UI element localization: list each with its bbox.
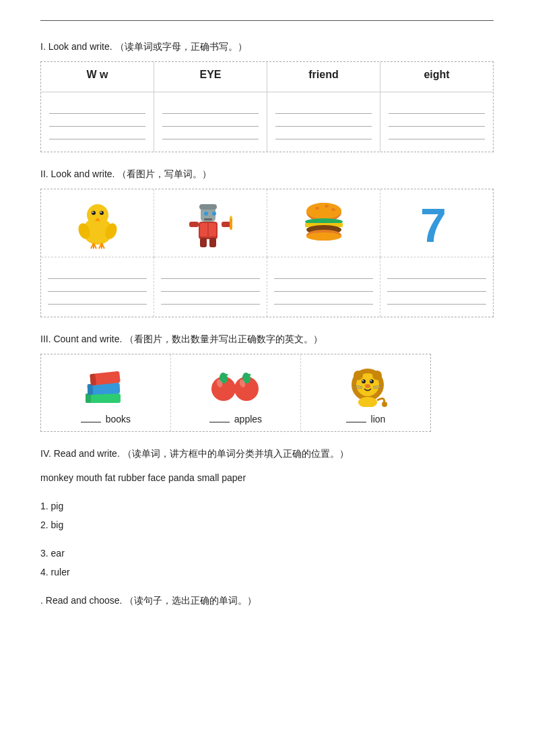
section5-label: . Read and choose.: [40, 595, 122, 606]
books-label: books: [46, 414, 165, 424]
seven-svg: 7: [417, 196, 457, 250]
write-line: [162, 130, 259, 139]
write-line: [48, 295, 147, 305]
svg-point-67: [382, 402, 387, 407]
section2-label: II. Look and write.: [40, 168, 115, 179]
top-divider: [40, 20, 494, 21]
lion-svg: [342, 363, 389, 407]
lion-blank: [346, 422, 366, 422]
svg-point-19: [204, 212, 208, 216]
section1-instruction: （读单词或字母，正确书写。）: [115, 41, 247, 52]
fill-item-2: 2. big: [40, 515, 494, 534]
count-cell-lion: lion: [301, 354, 430, 431]
chick-image: [45, 196, 149, 250]
apples-blank: [209, 422, 230, 422]
svg-point-1: [87, 204, 108, 226]
write-lines-s2-4: [385, 264, 489, 310]
section1: I. Look and write. （读单词或字母，正确书写。） W w EY…: [40, 41, 494, 152]
section1-write-2: [154, 92, 267, 152]
count-cell-books: books: [41, 354, 171, 431]
fill-text-1: pig: [51, 501, 64, 511]
fill-number-1: 1.: [40, 501, 48, 511]
section2-instruction: （看图片，写单词。）: [117, 168, 211, 179]
write-line: [275, 104, 372, 114]
write-line: [387, 295, 486, 305]
svg-rect-18: [199, 204, 217, 210]
svg-point-20: [212, 212, 216, 216]
svg-point-34: [331, 208, 335, 211]
section4-instruction: （读单词，讲方框中的单词分类并填入正确的位置。）: [123, 448, 349, 459]
svg-rect-23: [222, 222, 231, 227]
write-line: [389, 130, 485, 139]
section3-title: III. Count and write. （看图片，数出数量并写出正确数字的英…: [40, 334, 494, 346]
write-line: [49, 117, 145, 127]
apples-image: [176, 361, 295, 408]
write-line: [162, 117, 259, 127]
write-lines-s2-3: [271, 264, 376, 310]
svg-rect-44: [88, 383, 94, 394]
robot-image: [158, 196, 263, 250]
fill-item-1: 1. pig: [40, 497, 494, 515]
section3-label: III. Count and write.: [40, 334, 122, 344]
cell-label-w: W w: [46, 69, 148, 85]
section5-instruction: （读句子，选出正确的单词。）: [125, 595, 257, 606]
svg-point-31: [306, 203, 341, 219]
section1-write-1: [41, 92, 154, 152]
svg-point-2: [92, 211, 96, 215]
write-lines-3: [273, 99, 374, 145]
section3-instruction: （看图片，数出数量并写出正确数字的英文。）: [125, 334, 323, 344]
svg-point-4: [100, 211, 104, 215]
fill-items: 1. pig 2. big: [40, 497, 494, 534]
section4: IV. Read and write. （读单词，讲方框中的单词分类并填入正确的…: [40, 448, 494, 581]
write-line: [389, 117, 485, 127]
section2-write-1: [41, 257, 154, 317]
count-cell-apples: apples: [171, 354, 301, 431]
svg-rect-42: [86, 393, 91, 403]
section1-write-4: [380, 92, 493, 152]
lion-label: lion: [306, 414, 425, 424]
section2-write-4: [380, 257, 493, 317]
cell-label-eye: EYE: [160, 69, 261, 85]
write-line: [387, 282, 486, 292]
svg-rect-21: [204, 218, 212, 220]
fill-text-4: ruler: [51, 567, 70, 577]
svg-point-33: [325, 205, 329, 208]
svg-point-56: [372, 371, 382, 380]
section4-label: IV. Read and write.: [40, 448, 120, 459]
section5-title: . Read and choose. （读句子，选出正确的单词。）: [40, 595, 494, 607]
svg-point-61: [365, 384, 370, 388]
write-lines-s2-2: [158, 264, 263, 310]
fill-text-2: big: [51, 519, 64, 530]
write-line: [161, 295, 260, 305]
write-line: [48, 270, 147, 279]
write-line: [275, 130, 372, 139]
books-blank: [81, 422, 101, 422]
apples-label: apples: [176, 414, 295, 424]
seven-image: 7: [385, 196, 489, 250]
apples-svg: [209, 363, 263, 407]
section4-title: IV. Read and write. （读单词，讲方框中的单词分类并填入正确的…: [40, 448, 494, 460]
fill-items-2: 3. ear 4. ruler: [40, 544, 494, 581]
write-line: [49, 130, 145, 139]
write-line: [274, 270, 373, 279]
write-line: [274, 282, 373, 292]
section2-write-2: [154, 257, 267, 317]
section1-header-row: W w EYE friend eight: [41, 62, 493, 92]
section2-img-3: [267, 189, 380, 257]
svg-point-5: [100, 212, 102, 213]
write-line: [161, 270, 260, 279]
write-line: [389, 104, 485, 114]
write-line: [161, 282, 260, 292]
fill-item-3: 3. ear: [40, 544, 494, 563]
section2-img-2: [154, 189, 267, 257]
section2-img-4: 7: [380, 189, 493, 257]
write-lines-1: [46, 99, 148, 145]
section1-cell-1: W w: [41, 62, 154, 92]
lion-word: lion: [371, 414, 386, 424]
svg-point-58: [370, 379, 374, 383]
svg-text:7: 7: [420, 199, 446, 250]
section3-table: books: [40, 354, 431, 432]
section1-write-row: [41, 92, 493, 152]
robot-svg: [184, 196, 238, 250]
fill-number-4: 4.: [40, 567, 48, 577]
